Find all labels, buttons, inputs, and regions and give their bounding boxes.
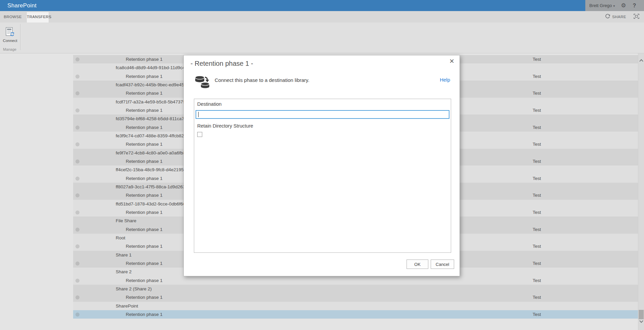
row-label: fe3f9c74-cd07-488e-8359-4ffcb828 [116,132,186,140]
row-label: fd35794e-bf68-4258-b5dd-811ca7c [116,114,186,123]
retention-phase-dialog: - Retention phase 1 - × Connect this pha… [183,55,460,276]
row-test-value: Test [533,89,541,97]
row-label: Retention phase 1 [126,191,163,199]
connect-button[interactable]: Connect [1,24,19,46]
row-test-value: Test [533,276,541,285]
ribbon-right-actions: SHARE [605,11,639,22]
vertical-scrollbar[interactable] [638,53,644,330]
row-test-value: Test [533,157,541,166]
destination-fieldset: Destination Retain Directory Structure [194,99,451,253]
row-test-value: Test [533,191,541,199]
row-test-value: Test [533,225,541,234]
row-test-value: Test [533,174,541,183]
row-test-value: Test [533,242,541,250]
connect-button-label: Connect [1,39,19,43]
text-caret [198,112,199,117]
destination-input[interactable] [196,110,449,119]
row-label: Root [116,234,125,242]
share-icon [605,14,610,20]
ribbon-group-divider [20,24,20,50]
row-label: Retention phase 1 [126,89,163,97]
focus-mode-icon [634,14,639,20]
suite-bar-user-area: Brett Grego▾ ⚙ ? [585,0,644,11]
row-test-value: Test [533,208,541,217]
row-test-value: Test [533,106,541,114]
share-label: SHARE [612,15,626,19]
phase-bullet-icon [75,193,79,197]
scroll-up-button[interactable] [638,55,644,65]
dialog-title: - Retention phase 1 - [191,60,253,67]
phase-bullet-icon [75,75,79,79]
row-label: Share 2 [116,268,131,276]
row-label: fca8cd46-d8d9-44d9-91bd-11d9c40 [116,63,187,72]
row-label: Retention phase 1 [126,310,163,319]
row-label: ff8027a9-3cc1-47f5-88ca-1d9d2630 [116,183,187,191]
retain-directory-checkbox[interactable] [197,132,202,137]
database-transfer-icon [195,75,210,91]
row-test-value: Test [533,259,541,268]
ok-button[interactable]: OK [407,260,428,269]
row-label: Retention phase 1 [126,276,163,285]
phase-bullet-icon [75,108,79,112]
row-label: ffd51bd7-1878-43d2-9cce-0db6f66 [116,200,185,208]
phase-bullet-icon [75,313,79,317]
phase-bullet-icon [75,295,79,299]
row-label: Retention phase 1 [126,259,163,268]
row-label: Retention phase 1 [126,140,163,148]
retain-directory-label: Retain Directory Structure [197,123,253,129]
share-button[interactable]: SHARE [605,14,626,20]
row-label: Retention phase 1 [126,55,163,63]
table-row[interactable]: Retention phase 1 Test [73,293,638,301]
cancel-button[interactable]: Cancel [431,260,454,269]
row-label: SharePoint [116,302,138,310]
gear-icon[interactable]: ⚙ [621,3,626,8]
row-label: Retention phase 1 [126,123,163,132]
row-label: Retention phase 1 [126,174,163,183]
chevron-down-icon [639,320,643,323]
table-row[interactable]: Retention phase 1 Test [73,310,638,319]
user-name: Brett Grego [589,3,612,8]
row-test-value: Test [533,293,541,301]
row-label: File Share [116,217,137,225]
tab-transfers[interactable]: TRANSFERS [27,12,49,22]
phase-bullet-icon [75,210,79,215]
chevron-down-icon: ▾ [613,4,615,8]
phase-bullet-icon [75,142,79,146]
row-label: Retention phase 1 [126,157,163,166]
phase-bullet-icon [75,279,79,283]
tab-browse[interactable]: BROWSE [3,11,23,22]
table-row[interactable]: SharePoint [73,302,638,310]
row-label: Retention phase 1 [126,242,163,250]
help-icon[interactable]: ? [633,3,636,9]
row-test-value: Test [533,72,541,81]
phase-bullet-icon [75,262,79,266]
destination-label: Destination [197,101,222,107]
ribbon-tab-strip: BROWSE TRANSFERS SHARE [0,11,644,22]
row-label: ff4cef2c-15ba-48c9-9fc8-d4e2195f0 [116,166,187,174]
ribbon-group-label: Manage [0,47,19,51]
phase-bullet-icon [75,228,79,232]
phase-bullet-icon [75,126,79,130]
row-label: Retention phase 1 [126,208,163,217]
row-label: Retention phase 1 [126,225,163,234]
scroll-down-button[interactable] [638,317,644,327]
row-label: Retention phase 1 [126,72,163,81]
connect-icon [5,27,15,37]
row-test-value: Test [533,55,541,63]
suite-bar: SharePoint Brett Grego▾ ⚙ ? [0,0,644,11]
row-label: fcdf71f7-a32a-4e59-b5c8-5b473759 [116,98,188,106]
row-test-value: Test [533,310,541,319]
row-label: Share 2 (Share 2) [116,285,152,293]
help-link[interactable]: Help [440,77,450,83]
row-test-value: Test [533,123,541,132]
user-menu[interactable]: Brett Grego▾ [589,3,615,8]
app-title: SharePoint [7,0,37,11]
row-label: Retention phase 1 [126,293,163,301]
table-row[interactable]: Retention phase 1 Test [73,276,638,285]
focus-mode-button[interactable] [634,14,639,20]
close-icon[interactable]: × [449,57,454,65]
table-row[interactable]: Share 2 (Share 2) [73,285,638,293]
row-label: fe9f7e72-4cb8-4c80-a0e0-a0a6fb8c [116,149,188,157]
phase-bullet-icon [75,177,79,181]
dialog-description: Connect this phase to a destination libr… [215,77,309,83]
